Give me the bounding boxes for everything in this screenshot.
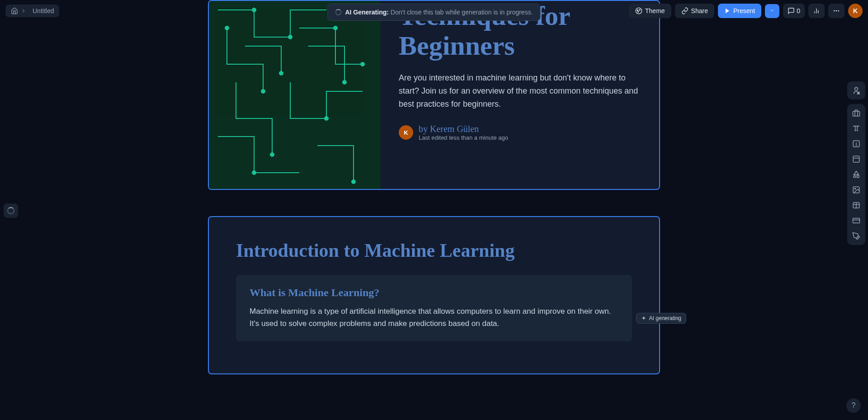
svg-text:AI: AI [858,92,860,94]
header-actions: Theme Share Present 0 K [629,4,863,18]
main-canvas: Techniques for Beginners Are you interes… [0,0,841,420]
comment-icon [788,7,795,14]
text-button[interactable] [850,122,863,135]
svg-rect-27 [853,218,860,223]
form-button[interactable] [850,230,863,242]
ai-badge-text: AI generating [649,315,681,321]
nav-breadcrumb: Untitled [5,5,59,17]
person-ai-icon: AI [852,86,861,95]
share-label: Share [691,7,708,14]
svg-point-37 [352,180,355,184]
svg-point-10 [838,10,839,12]
slide-1[interactable]: Techniques for Beginners Are you interes… [208,0,660,190]
svg-point-32 [261,90,265,93]
content-card[interactable]: What is Machine Learning? Machine learni… [236,275,632,341]
analytics-button[interactable] [808,4,825,18]
chart-icon [813,7,820,14]
shapes-icon [852,170,860,179]
embed-button[interactable] [850,214,863,227]
callout-button[interactable] [850,137,863,150]
svg-rect-29 [209,1,381,189]
more-horizontal-icon [833,7,840,14]
table-icon [852,201,860,209]
ai-person-button[interactable]: AI [850,84,863,97]
svg-rect-17 [853,156,859,162]
help-button[interactable]: ? [846,398,861,413]
svg-point-23 [854,188,855,189]
more-button[interactable] [828,4,844,18]
svg-rect-21 [857,175,859,178]
user-avatar[interactable]: K [848,4,863,18]
svg-point-20 [854,175,856,178]
svg-point-31 [288,35,292,39]
palette-icon [635,7,642,14]
notification-text: Don't close this tab while generation is… [389,9,533,16]
notification-bold: AI Generating: [345,9,388,16]
play-icon [724,8,731,14]
circuit-pattern-icon [209,1,381,189]
video-button[interactable] [850,199,863,212]
author-name: by Kerem Gülen [419,124,508,134]
slide-1-content: Techniques for Beginners Are you interes… [381,1,659,189]
comment-count: 0 [797,7,800,14]
present-label: Present [733,7,755,14]
slide-1-description[interactable]: Are you interested in machine learning b… [399,71,641,110]
card-title[interactable]: What is Machine Learning? [250,287,618,299]
author-row: K by Kerem Gülen Last edited less than a… [399,124,641,141]
image-button[interactable] [850,184,863,196]
svg-marker-4 [726,9,729,14]
svg-point-3 [638,11,639,12]
right-tool-sidebar [847,104,865,245]
svg-point-34 [270,153,274,156]
slide-2-title[interactable]: Introduction to Machine Learning [236,240,632,261]
svg-point-33 [361,62,364,66]
sparkle-icon [641,316,646,321]
layout-icon [852,155,860,163]
chevron-right-icon [20,7,27,14]
home-icon[interactable] [11,7,18,14]
pen-icon [852,232,860,240]
briefcase-icon [852,109,860,117]
card-text[interactable]: Machine learning is a type of artificial… [250,305,618,330]
comments-button[interactable]: 0 [783,4,805,18]
svg-point-1 [637,10,638,11]
text-icon [852,124,860,132]
theme-button[interactable]: Theme [629,4,671,18]
slide-2[interactable]: Introduction to Machine Learning What is… [208,216,660,374]
svg-point-40 [225,26,229,30]
ai-tool-panel: AI [847,81,865,99]
ai-generating-badge: AI generating [636,313,686,324]
present-dropdown-button[interactable] [765,4,779,18]
svg-marker-19 [854,171,859,175]
templates-button[interactable] [850,107,863,119]
svg-point-35 [325,117,328,120]
author-info: by Kerem Gülen Last edited less than a m… [419,124,508,141]
svg-point-11 [855,87,858,90]
document-title[interactable]: Untitled [33,7,54,14]
share-button[interactable]: Share [675,4,714,18]
svg-point-41 [334,26,337,30]
link-icon [681,7,689,14]
spinner-icon [335,9,341,15]
theme-label: Theme [645,7,665,14]
chevron-down-icon [769,8,775,13]
layout-button[interactable] [850,153,863,165]
svg-point-38 [279,71,283,75]
last-edited-time: Last edited less than a minute ago [419,134,508,141]
svg-point-9 [836,10,837,12]
svg-point-39 [343,80,346,84]
shapes-button[interactable] [850,168,863,181]
slide-1-hero-image [209,1,381,189]
ai-generating-notification: AI Generating: Don't close this tab whil… [327,4,540,21]
svg-point-16 [856,145,857,146]
svg-rect-13 [853,111,860,116]
svg-point-2 [639,9,640,10]
svg-point-0 [636,8,642,14]
svg-point-8 [834,10,835,12]
alert-icon [852,140,860,148]
card-icon [852,217,860,225]
svg-point-36 [252,171,256,175]
present-button[interactable]: Present [718,4,761,18]
author-avatar: K [399,125,413,140]
image-icon [852,186,860,194]
